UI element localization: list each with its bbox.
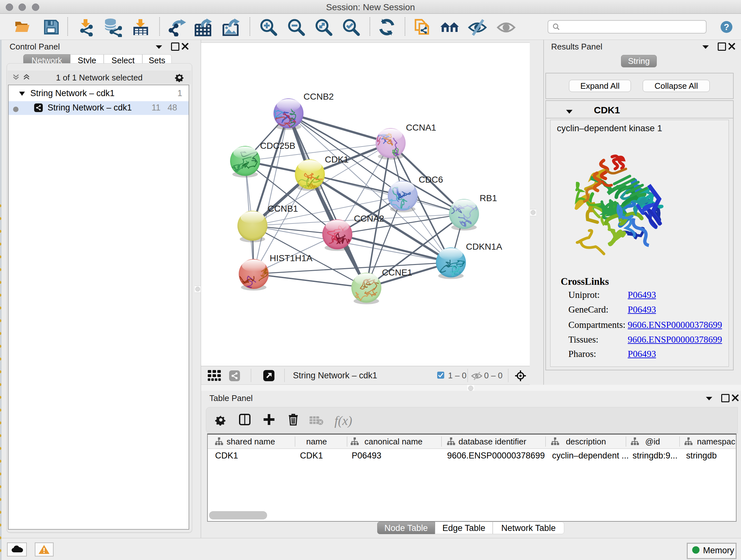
svg-text:CDK1: CDK1 — [325, 154, 349, 165]
svg-text:CCNE1: CCNE1 — [382, 267, 412, 277]
svg-text:HIST1H1A: HIST1H1A — [270, 253, 313, 263]
svg-text:CDKN1A: CDKN1A — [466, 242, 502, 252]
svg-text:CDC6: CDC6 — [419, 175, 443, 185]
svg-text:CCNA2: CCNA2 — [354, 213, 384, 224]
svg-text:CCNB1: CCNB1 — [268, 204, 298, 213]
svg-text:RB1: RB1 — [480, 193, 497, 203]
svg-text:CCNB2: CCNB2 — [304, 91, 334, 102]
svg-text:CCNA1: CCNA1 — [406, 123, 436, 132]
svg-text:CDC25B: CDC25B — [260, 141, 295, 151]
